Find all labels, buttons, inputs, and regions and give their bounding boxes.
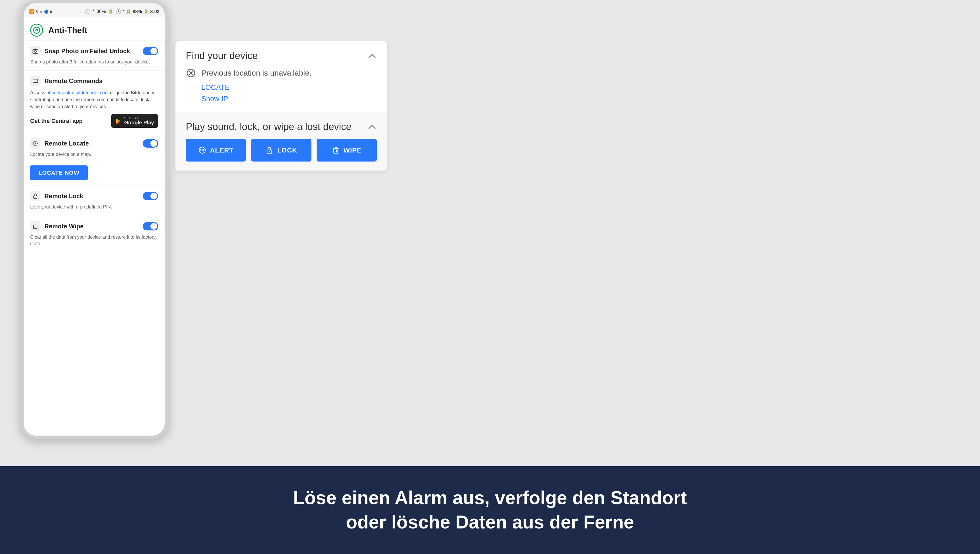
phone-frame: 📶 B ✉ 🔵 in 🕐 * 88% 🔋 🕐 * 🔋 88% 🔋 3:02 xyxy=(21,0,168,439)
banner-line1: Löse einen Alarm aus, verfolge den Stand… xyxy=(293,486,687,510)
svg-point-4 xyxy=(34,50,37,53)
remote-wipe-desc: Clear all the data from your device and … xyxy=(30,234,158,247)
alert-label: ALERT xyxy=(210,146,234,154)
snap-photo-label-row: Snap Photo on Failed Unlock xyxy=(30,46,130,56)
google-play-text: Google Play xyxy=(124,120,154,126)
find-device-section: Find your device Previous location is un… xyxy=(175,41,387,112)
status-right-icons: 🕐 * 88% 🔋 🕐 * 🔋 88% 🔋 3:02 xyxy=(85,9,159,14)
remote-lock-row: Remote Lock xyxy=(30,191,158,201)
snap-photo-title: Snap Photo on Failed Unlock xyxy=(45,48,130,55)
wipe-label: WIPE xyxy=(344,146,361,154)
location-unavailable-text: Previous location is unavailable. xyxy=(201,68,312,77)
svg-point-2 xyxy=(36,30,37,31)
svg-rect-27 xyxy=(334,149,338,153)
google-play-button[interactable]: GET IT ON Google Play xyxy=(111,114,158,128)
show-ip-button[interactable]: Show IP xyxy=(201,95,377,103)
svg-rect-14 xyxy=(33,196,37,199)
alert-icon xyxy=(198,146,207,154)
remote-lock-title: Remote Lock xyxy=(45,193,83,200)
lost-device-collapse-button[interactable] xyxy=(368,122,377,132)
phone-mockup: 📶 B ✉ 🔵 in 🕐 * 88% 🔋 🕐 * 🔋 88% 🔋 3:02 xyxy=(21,0,168,439)
banner-line2: oder lösche Daten aus der Ferne xyxy=(293,510,687,534)
lock-icon xyxy=(30,191,40,201)
status-bar: 📶 B ✉ 🔵 in 🕐 * 88% 🔋 🕐 * 🔋 88% 🔋 3:02 xyxy=(24,3,165,17)
lock-btn-icon xyxy=(265,146,274,154)
app-title: Anti-Theft xyxy=(48,25,87,35)
anti-theft-icon xyxy=(30,24,43,37)
app-header: Anti-Theft xyxy=(24,17,165,41)
lost-device-section: Play sound, lock, or wipe a lost device … xyxy=(175,112,387,170)
snap-photo-desc: Snap a photo after 3 failed attempts to … xyxy=(30,59,158,65)
svg-point-23 xyxy=(191,73,191,73)
get-it-on-label: GET IT ON xyxy=(124,116,154,120)
remote-locate-label-row: Remote Locate xyxy=(30,138,89,149)
remote-wipe-toggle[interactable] xyxy=(143,222,158,231)
central-app-row: Get the Central app GET IT ON Google Pla… xyxy=(30,114,158,128)
bitdefender-link[interactable]: https://central.bitdefender.com xyxy=(46,90,109,95)
remote-locate-desc: Locate your device on a map. xyxy=(30,151,158,158)
remote-wipe-row: Remote Wipe xyxy=(30,221,158,231)
wipe-btn-icon xyxy=(332,146,340,154)
remote-commands-section: Remote Commands Access https://central.b… xyxy=(24,71,165,133)
remote-wipe-label-row: Remote Wipe xyxy=(30,221,84,231)
location-row: Previous location is unavailable. xyxy=(186,68,377,78)
svg-rect-15 xyxy=(33,225,37,229)
status-left-icons: 📶 B ✉ 🔵 in xyxy=(29,9,53,14)
lost-device-header: Play sound, lock, or wipe a lost device xyxy=(186,121,377,132)
svg-rect-5 xyxy=(33,79,38,83)
remote-locate-title: Remote Locate xyxy=(45,140,89,147)
camera-icon xyxy=(30,46,40,56)
locate-icon xyxy=(30,138,40,149)
remote-lock-toggle[interactable] xyxy=(143,192,158,200)
remote-locate-row: Remote Locate xyxy=(30,138,158,149)
rc-title: Remote Commands xyxy=(45,77,102,84)
locate-now-button[interactable]: LOCATE NOW xyxy=(30,166,88,180)
rc-desc: Access https://central.bitdefender.com o… xyxy=(30,89,158,110)
locate-button[interactable]: LOCATE xyxy=(201,83,377,92)
alert-button[interactable]: ALERT xyxy=(186,139,246,162)
remote-commands-icon xyxy=(30,76,40,86)
lock-label: LOCK xyxy=(277,146,297,154)
find-device-title: Find your device xyxy=(186,50,258,61)
remote-wipe-section: Remote Wipe Clear all the data from your… xyxy=(24,216,165,252)
remote-lock-desc: Lock your device with a predefined PIN. xyxy=(30,204,158,210)
svg-point-8 xyxy=(35,143,36,144)
action-buttons: ALERT LOCK xyxy=(186,139,377,162)
remote-lock-label-row: Remote Lock xyxy=(30,191,83,201)
location-pin-icon xyxy=(186,68,196,78)
snap-photo-toggle[interactable] xyxy=(143,47,158,55)
svg-point-26 xyxy=(269,151,270,152)
wipe-icon xyxy=(30,221,40,231)
bottom-banner-text: Löse einen Alarm aus, verfolge den Stand… xyxy=(293,486,687,534)
lock-button[interactable]: LOCK xyxy=(251,139,311,162)
bottom-banner: Löse einen Alarm aus, verfolge den Stand… xyxy=(0,466,980,554)
snap-photo-row: Snap Photo on Failed Unlock xyxy=(30,46,158,56)
find-device-header: Find your device xyxy=(186,50,377,61)
phone-content: Anti-Theft Snap Photo on Failed Unlock xyxy=(24,17,165,436)
central-app-label: Get the Central app xyxy=(30,118,83,124)
remote-locate-section: Remote Locate Locate your device on a ma… xyxy=(24,133,165,186)
remote-lock-section: Remote Lock Lock your device with a pred… xyxy=(24,186,165,216)
lost-device-title: Play sound, lock, or wipe a lost device xyxy=(186,121,352,132)
find-device-collapse-button[interactable] xyxy=(368,51,377,60)
right-panel: Find your device Previous location is un… xyxy=(175,41,387,170)
rc-title-row: Remote Commands xyxy=(30,76,158,86)
remote-wipe-title: Remote Wipe xyxy=(45,223,84,230)
remote-locate-toggle[interactable] xyxy=(143,139,158,148)
wipe-button[interactable]: WIPE xyxy=(317,139,377,162)
snap-photo-section: Snap Photo on Failed Unlock Snap a photo… xyxy=(24,41,165,71)
